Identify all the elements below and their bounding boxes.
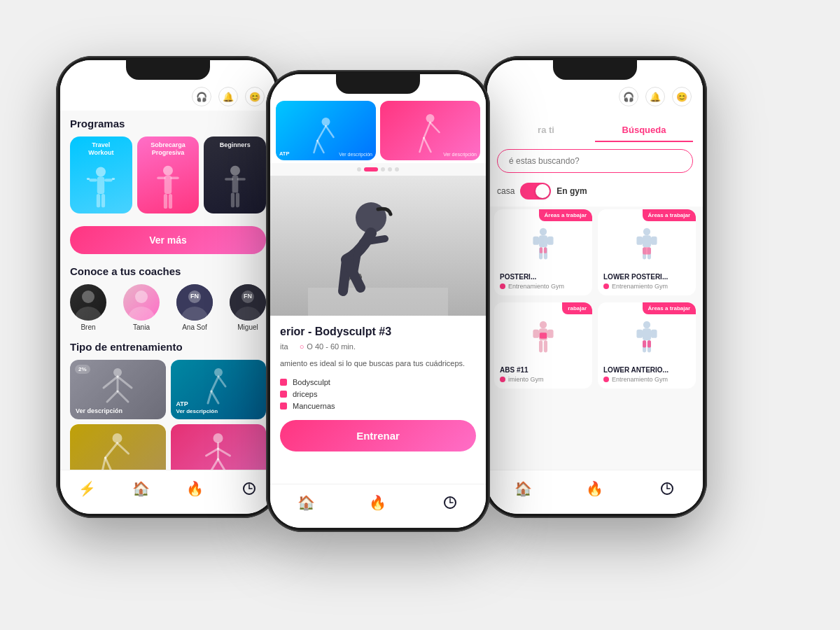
coach-miguel-name: Miguel xyxy=(237,323,258,331)
body-image-2 xyxy=(598,224,696,273)
ver-mas-button[interactable]: Ver más xyxy=(70,226,266,254)
coach-bren-name: Bren xyxy=(80,323,95,331)
training-grid: 2% Ver descripción xyxy=(70,360,266,470)
area-btn-1[interactable]: Áreas a trabajar xyxy=(539,209,592,221)
svg-line-47 xyxy=(106,458,113,470)
svg-rect-12 xyxy=(164,194,167,209)
tab-busqueda[interactable]: Búsqueda xyxy=(595,119,693,142)
coach-anasof-avatar: FN xyxy=(176,284,213,321)
svg-rect-81 xyxy=(636,237,643,245)
nav3-chart[interactable] xyxy=(656,477,678,500)
dot-2 xyxy=(364,167,378,172)
entrenar-button[interactable]: Entrenar xyxy=(280,420,476,451)
smiley-icon[interactable]: 😊 xyxy=(245,87,265,106)
result-card-lower-posteri[interactable]: Áreas a trabajar xyxy=(598,209,696,295)
meta-duration: ○ O 40 - 60 min. xyxy=(300,342,356,351)
program-card-travel[interactable]: TravelWorkout xyxy=(70,136,132,214)
prog-card-pink[interactable]: Ver descripción xyxy=(380,101,480,160)
bottom-nav-1: ⚡ 🏠 🔥 xyxy=(60,470,276,514)
coach-bren[interactable]: Bren xyxy=(70,284,106,331)
workout-screen: ATP Ver descripción Ver descripción xyxy=(270,74,486,528)
svg-rect-91 xyxy=(544,340,547,352)
toggle-knob xyxy=(536,184,550,198)
coaches-row: Bren Tania xyxy=(70,284,266,331)
nav3-home[interactable]: 🏠 xyxy=(512,477,534,500)
notch-2 xyxy=(336,74,420,94)
training-card-pink[interactable] xyxy=(171,424,267,470)
result-card-posteri-left[interactable]: Áreas a trabajar xyxy=(494,209,592,295)
training-card-yellow[interactable] xyxy=(70,424,166,470)
result-dot-1 xyxy=(500,284,505,289)
meta-duration-text: O 40 - 60 min. xyxy=(307,342,356,351)
result-dot-4 xyxy=(603,377,609,382)
svg-rect-16 xyxy=(225,178,233,181)
program-card-label-2: SobrecargaProgresiva xyxy=(142,141,195,157)
svg-rect-4 xyxy=(97,194,100,207)
svg-rect-100 xyxy=(648,340,651,347)
program-card-beginners[interactable]: Beginners xyxy=(204,136,266,214)
headphones-icon[interactable]: 🎧 xyxy=(192,87,211,106)
workout-detail-content: erior - Bodysculpt #3 ita ○ O 40 - 60 mi… xyxy=(270,316,486,484)
result-title-3: ABS #11 xyxy=(494,366,592,374)
training-card-atp[interactable]: ATPVer descripción xyxy=(171,360,267,419)
coach-tania[interactable]: Tania xyxy=(123,284,160,331)
svg-rect-10 xyxy=(157,177,165,180)
svg-line-63 xyxy=(419,138,424,152)
nav3-fire[interactable]: 🔥 xyxy=(584,477,606,500)
nav-home[interactable]: 🏠 xyxy=(130,477,153,500)
program-card-sobrecarga[interactable]: SobrecargaProgresiva xyxy=(137,136,200,214)
coach-bren-avatar xyxy=(70,284,106,321)
svg-rect-15 xyxy=(232,176,238,193)
search-input[interactable] xyxy=(497,149,693,173)
program-card-label: TravelWorkout xyxy=(75,141,127,157)
result-title-1: POSTERI... xyxy=(494,273,592,281)
headphones-icon-3[interactable]: 🎧 xyxy=(619,87,638,106)
result-subtitle-4: Entrenamiento Gym xyxy=(598,376,696,383)
area-btn-2[interactable]: Áreas a trabajar xyxy=(643,209,696,221)
meta-author-text: ita xyxy=(280,342,288,351)
tag-dot-3 xyxy=(280,402,287,410)
bell-icon[interactable]: 🔔 xyxy=(218,87,238,106)
svg-rect-5 xyxy=(102,194,105,207)
nav-flash[interactable]: ⚡ xyxy=(76,477,99,500)
coach-anasof[interactable]: FN Ana Sof xyxy=(176,284,213,331)
nav2-fire[interactable]: 🔥 xyxy=(367,491,389,514)
notch-3 xyxy=(553,60,637,80)
nav2-home[interactable]: 🏠 xyxy=(295,491,317,514)
bell-icon-3[interactable]: 🔔 xyxy=(645,87,665,106)
workout-desc: amiento es ideal si lo que buscas para t… xyxy=(280,358,476,370)
svg-line-46 xyxy=(102,458,106,470)
workout-meta: ita ○ O 40 - 60 min. xyxy=(280,342,476,351)
svg-rect-92 xyxy=(540,332,547,339)
result-dot-2 xyxy=(603,284,609,289)
nav2-chart[interactable] xyxy=(439,491,461,514)
result-card-abs[interactable]: rabajar xyxy=(494,302,592,388)
coach-miguel[interactable]: FN Miguel xyxy=(230,284,266,331)
area-btn-4[interactable]: Áreas a trabajar xyxy=(643,302,696,314)
bottom-nav-3: 🏠 🔥 xyxy=(487,470,703,514)
svg-point-14 xyxy=(230,166,240,176)
svg-point-79 xyxy=(643,228,650,235)
smiley-icon-3[interactable]: 😊 xyxy=(672,87,692,106)
result-card-lower-anterio[interactable]: Áreas a trabajar xyxy=(598,302,696,388)
svg-line-50 xyxy=(206,449,218,456)
workout-tags: Bodysculpt driceps Mancuernas xyxy=(280,378,476,410)
nav-fire[interactable]: 🔥 xyxy=(184,477,206,500)
svg-rect-73 xyxy=(533,237,539,245)
svg-rect-80 xyxy=(643,235,651,247)
bottom-nav-2: 🏠 🔥 xyxy=(270,484,486,528)
svg-rect-2 xyxy=(90,178,97,181)
tab-para-ti[interactable]: ra ti xyxy=(497,119,595,142)
gym-toggle[interactable] xyxy=(520,183,551,200)
svg-point-20 xyxy=(74,307,102,321)
svg-line-42 xyxy=(211,391,218,403)
prog-card-atp[interactable]: ATP Ver descripción xyxy=(276,101,376,160)
svg-line-57 xyxy=(326,126,333,137)
training-card-stretch[interactable]: 2% Ver descripción xyxy=(70,360,166,419)
svg-line-41 xyxy=(208,391,211,403)
search-tabs: ra ti Búsqueda xyxy=(487,111,703,142)
svg-point-0 xyxy=(96,167,106,177)
nav-chart[interactable] xyxy=(238,477,260,500)
area-btn-3[interactable]: rabajar xyxy=(562,302,592,314)
svg-rect-19 xyxy=(236,192,239,207)
